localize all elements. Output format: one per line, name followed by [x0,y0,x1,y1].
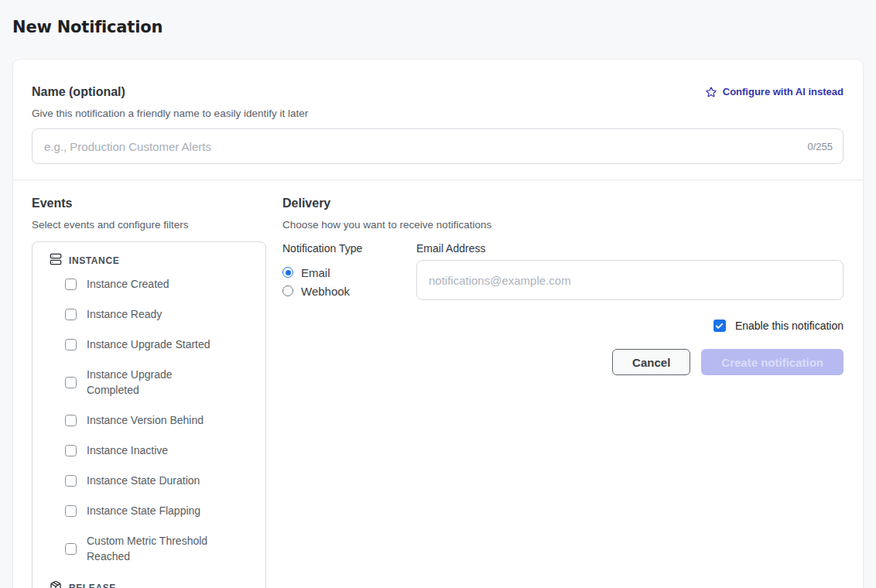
events-list: INSTANCE Instance Created Instance Ready… [32,241,266,588]
checkbox-checked-icon[interactable] [713,320,726,332]
event-row-instance-created[interactable]: Instance Created [33,276,255,292]
server-icon [50,253,62,268]
page-title: New Notification [0,0,876,36]
event-group-release: RELEASE [33,579,255,588]
configure-with-ai-button[interactable]: Configure with AI instead [705,86,843,98]
delivery-description: Choose how you want to receive notificat… [282,218,843,232]
event-row-instance-state-flapping[interactable]: Instance State Flapping [33,503,255,518]
enable-notification-label: Enable this notification [735,320,843,332]
event-group-label: INSTANCE [69,255,119,267]
event-row-instance-ready[interactable]: Instance Ready [33,306,255,322]
radio-label: Email [301,266,330,279]
event-row-instance-upgrade-completed[interactable]: Instance Upgrade Completed [33,367,255,398]
radio-selected-icon[interactable] [282,267,293,278]
checkbox-unchecked[interactable] [65,339,77,350]
checkbox-unchecked[interactable] [65,309,77,320]
create-notification-button[interactable]: Create notification [701,349,843,375]
event-label: Custom Metric Threshold Reached [87,533,218,564]
checkbox-unchecked[interactable] [65,475,77,487]
delivery-heading: Delivery [282,195,843,211]
radio-option-email[interactable]: Email [282,263,416,282]
event-label: Instance State Duration [87,473,200,488]
checkbox-unchecked[interactable] [65,415,77,426]
checkbox-unchecked[interactable] [65,505,77,517]
event-row-custom-metric-threshold[interactable]: Custom Metric Threshold Reached [33,533,255,564]
email-address-label: Email Address [416,242,843,255]
configure-with-ai-label: Configure with AI instead [723,86,843,97]
char-counter: 0/255 [807,141,833,152]
event-label: Instance State Flapping [87,503,200,518]
checkbox-unchecked[interactable] [65,279,77,290]
events-heading: Events [32,195,266,211]
event-label: Instance Upgrade Started [87,337,210,352]
event-label: Instance Upgrade Completed [87,367,218,398]
event-group-instance: INSTANCE [33,251,255,270]
radio-label: Webhook [301,285,350,298]
event-row-instance-upgrade-started[interactable]: Instance Upgrade Started [33,337,255,352]
event-group-label: RELEASE [69,582,116,588]
name-section-heading: Name (optional) [32,84,125,100]
event-label: Instance Inactive [87,443,168,458]
enable-notification-toggle[interactable]: Enable this notification [282,318,843,333]
section-divider [13,179,863,180]
cancel-button[interactable]: Cancel [612,349,690,375]
star-icon [705,86,717,98]
event-row-instance-state-duration[interactable]: Instance State Duration [33,473,255,488]
notification-type-label: Notification Type [282,242,416,255]
email-address-input[interactable] [416,260,843,300]
event-label: Instance Created [87,276,169,292]
notification-name-input[interactable] [32,128,843,164]
event-label: Instance Ready [87,306,162,322]
checkbox-unchecked[interactable] [65,543,77,555]
checkbox-unchecked[interactable] [65,377,77,388]
checkbox-unchecked[interactable] [65,445,77,456]
radio-unselected-icon[interactable] [282,285,293,296]
package-icon [50,580,62,588]
event-row-instance-version-behind[interactable]: Instance Version Behind [33,412,255,428]
events-description: Select events and configure filters [32,218,266,232]
event-row-instance-inactive[interactable]: Instance Inactive [33,443,255,458]
name-section-description: Give this notification a friendly name t… [32,107,843,121]
new-notification-card: Name (optional) Configure with AI instea… [12,59,864,588]
radio-option-webhook[interactable]: Webhook [282,282,416,300]
event-label: Instance Version Behind [87,412,204,428]
